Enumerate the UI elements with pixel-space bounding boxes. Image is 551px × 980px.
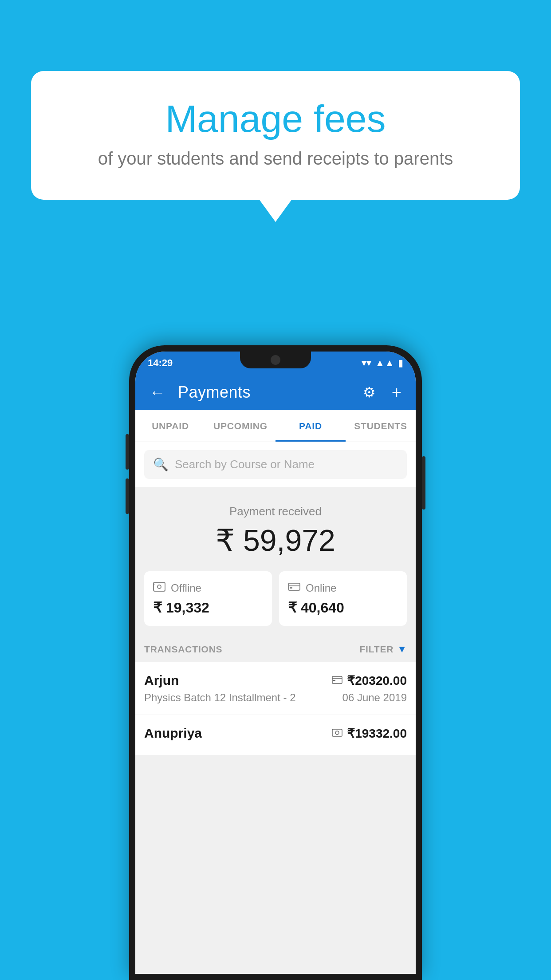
offline-amount: ₹ 19,332	[153, 599, 263, 616]
online-card-header: Online	[288, 581, 398, 595]
offline-card: Offline ₹ 19,332	[144, 571, 272, 626]
tabs-bar: UNPAID UPCOMING PAID STUDENTS	[135, 410, 416, 442]
amount-container: ₹19332.00	[332, 726, 407, 741]
page-title: Payments	[178, 383, 350, 402]
online-amount: ₹ 40,640	[288, 599, 398, 616]
status-time: 14:29	[148, 357, 173, 369]
student-name: Anupriya	[144, 726, 202, 741]
search-input[interactable]: Search by Course or Name	[175, 458, 315, 471]
phone-frame: 14:29 ▾▾ ▲▲ ▮ ← Payments ⚙ + UNPAID UPCO…	[129, 345, 422, 980]
payment-received-label: Payment received	[144, 505, 407, 518]
svg-rect-3	[288, 583, 300, 590]
settings-button[interactable]: ⚙	[359, 380, 379, 404]
bubble-subtitle: of your students and send receipts to pa…	[53, 149, 498, 169]
tab-students[interactable]: STUDENTS	[346, 410, 416, 442]
cash-payment-icon	[332, 727, 342, 739]
search-box[interactable]: 🔍 Search by Course or Name	[144, 450, 407, 479]
phone-screen: 14:29 ▾▾ ▲▲ ▮ ← Payments ⚙ + UNPAID UPCO…	[135, 352, 416, 974]
back-button[interactable]: ←	[146, 379, 169, 405]
battery-icon: ▮	[398, 357, 403, 369]
transaction-amount: ₹19332.00	[347, 726, 407, 741]
payment-received-section: Payment received ₹ 59,972	[135, 487, 416, 571]
tab-paid[interactable]: PAID	[276, 410, 346, 442]
offline-icon	[153, 581, 165, 595]
card-payment-icon	[332, 674, 342, 687]
app-bar: ← Payments ⚙ +	[135, 375, 416, 410]
transaction-item: Arjun ₹20320.00 Physics Batch 1	[135, 662, 416, 715]
tab-unpaid[interactable]: UNPAID	[135, 410, 205, 442]
online-card: Online ₹ 40,640	[279, 571, 407, 626]
transaction-amount: ₹20320.00	[347, 673, 407, 688]
filter-container[interactable]: FILTER ▼	[359, 644, 407, 655]
wifi-icon: ▾▾	[362, 357, 371, 369]
svg-point-10	[335, 731, 339, 735]
online-icon	[288, 581, 300, 595]
svg-point-1	[157, 585, 161, 589]
search-container: 🔍 Search by Course or Name	[135, 442, 416, 487]
offline-card-header: Offline	[153, 581, 263, 595]
status-icons: ▾▾ ▲▲ ▮	[362, 357, 403, 369]
tab-upcoming[interactable]: UPCOMING	[205, 410, 276, 442]
payment-method-cards: Offline ₹ 19,332 Online ₹ 40,640	[135, 571, 416, 636]
online-label: Online	[306, 582, 336, 594]
transactions-header: TRANSACTIONS FILTER ▼	[135, 636, 416, 662]
svg-rect-5	[290, 587, 292, 589]
power-btn	[422, 456, 425, 510]
svg-rect-0	[153, 582, 165, 591]
filter-icon: ▼	[397, 644, 407, 655]
phone-camera	[271, 355, 280, 365]
course-name: Physics Batch 12 Installment - 2	[144, 692, 295, 704]
svg-rect-8	[333, 680, 335, 681]
signal-icon: ▲▲	[375, 357, 394, 369]
offline-label: Offline	[171, 582, 201, 594]
svg-rect-9	[332, 729, 342, 736]
student-name: Arjun	[144, 673, 179, 688]
transaction-row-2: Physics Batch 12 Installment - 2 06 June…	[144, 692, 407, 704]
amount-container: ₹20320.00	[332, 673, 407, 688]
transaction-row-1: Anupriya ₹19332.00	[144, 726, 407, 741]
bubble-title: Manage fees	[53, 98, 498, 140]
speech-bubble: Manage fees of your students and send re…	[31, 71, 520, 200]
transaction-list: Arjun ₹20320.00 Physics Batch 1	[135, 662, 416, 755]
phone-notch	[240, 352, 311, 368]
transaction-row-1: Arjun ₹20320.00	[144, 673, 407, 688]
add-button[interactable]: +	[388, 379, 405, 406]
volume-down-btn	[126, 478, 129, 514]
filter-label: FILTER	[359, 644, 394, 655]
transaction-date: 06 June 2019	[342, 692, 407, 704]
transactions-label: TRANSACTIONS	[144, 644, 222, 655]
payment-received-amount: ₹ 59,972	[144, 523, 407, 558]
volume-up-btn	[126, 434, 129, 470]
transaction-item: Anupriya ₹19332.00	[135, 715, 416, 755]
search-icon: 🔍	[153, 457, 169, 472]
